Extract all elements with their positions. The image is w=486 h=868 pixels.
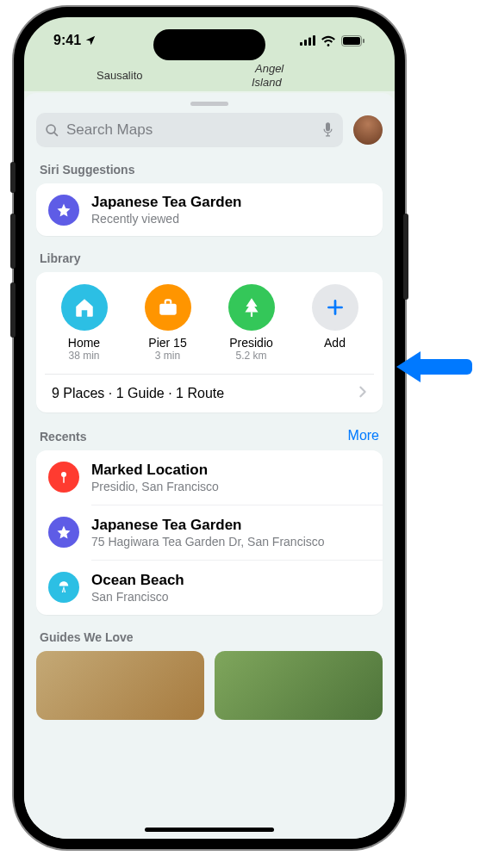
plus-icon [312, 284, 358, 331]
status-time: 9:41 [53, 33, 81, 48]
section-title-recents: Recents [40, 430, 86, 443]
tree-icon [228, 284, 275, 331]
svg-rect-0 [300, 42, 302, 46]
section-title-library: Library [40, 251, 80, 265]
star-icon [48, 195, 79, 226]
recents-row-garden[interactable]: Japanese Tea Garden 75 Hagiwara Tea Gard… [36, 505, 383, 560]
svg-point-7 [47, 125, 55, 133]
recents-title: Ocean Beach [91, 572, 184, 589]
siri-suggestion-row[interactable]: Japanese Tea Garden Recently viewed [36, 183, 383, 236]
section-title-siri: Siri Suggestions [40, 163, 134, 177]
library-item-label: Presidio [229, 336, 273, 350]
guide-card[interactable] [215, 651, 383, 720]
map-label-sausalito: Sausalito [97, 69, 142, 82]
home-indicator[interactable] [145, 828, 274, 832]
phone-frame: 9:41 Sausalito Angel Island Search Maps [14, 7, 405, 849]
wifi-icon [321, 35, 336, 46]
library-card: Home 38 min Pier 15 3 min [36, 272, 383, 412]
recents-title: Marked Location [91, 462, 219, 479]
briefcase-icon [145, 284, 191, 331]
library-item-sub: 3 min [155, 350, 180, 362]
svg-rect-13 [250, 312, 252, 316]
library-summary-row[interactable]: 9 Places · 1 Guide · 1 Route [45, 374, 374, 412]
side-button-vol-up [10, 214, 16, 269]
cellular-icon [300, 35, 315, 46]
svg-line-8 [54, 132, 58, 135]
recents-more-button[interactable]: More [348, 428, 379, 443]
side-button-vol-down [10, 282, 16, 338]
screen: 9:41 Sausalito Angel Island Search Maps [24, 17, 395, 839]
library-item-add[interactable]: Add [298, 284, 372, 362]
profile-avatar[interactable] [353, 115, 383, 145]
chevron-right-icon [358, 386, 367, 401]
side-button-power [403, 214, 408, 300]
recents-title: Japanese Tea Garden [91, 517, 325, 534]
annotation-arrow [396, 351, 472, 382]
svg-rect-5 [343, 37, 360, 45]
library-item-label: Pier 15 [148, 336, 186, 350]
battery-icon [341, 35, 365, 46]
beach-icon [48, 572, 79, 603]
guides-row [36, 651, 383, 720]
svg-rect-3 [313, 35, 315, 46]
siri-suggestion-title: Japanese Tea Garden [91, 194, 242, 211]
svg-rect-2 [308, 38, 311, 46]
section-title-guides: Guides We Love [40, 630, 134, 644]
search-sheet[interactable]: Search Maps Siri Suggestions Japanese Te… [24, 93, 395, 839]
svg-rect-12 [159, 304, 177, 315]
svg-rect-17 [63, 476, 65, 483]
svg-rect-6 [363, 39, 364, 43]
map-label-angel: Angel [255, 62, 284, 75]
sheet-grabber[interactable] [190, 102, 228, 106]
search-input[interactable]: Search Maps [36, 113, 343, 147]
mic-icon[interactable] [321, 121, 334, 139]
recents-row-ocean[interactable]: Ocean Beach San Francisco [36, 561, 383, 615]
library-item-label: Add [324, 336, 346, 350]
library-item-pier15[interactable]: Pier 15 3 min [131, 284, 205, 362]
map-label-island: Island [252, 76, 282, 89]
home-icon [61, 284, 108, 331]
library-item-sub: 5.2 km [235, 350, 266, 362]
library-item-label: Home [68, 336, 100, 350]
guide-card[interactable] [36, 651, 204, 720]
library-item-presidio[interactable]: Presidio 5.2 km [215, 284, 289, 362]
recents-sub: Presidio, San Francisco [91, 480, 219, 493]
pin-icon [48, 462, 79, 493]
recents-card: Marked Location Presidio, San Francisco … [36, 450, 383, 615]
search-placeholder: Search Maps [66, 121, 153, 139]
siri-suggestion-sub: Recently viewed [91, 212, 242, 226]
recents-sub: 75 Hagiwara Tea Garden Dr, San Francisco [91, 535, 325, 549]
svg-point-16 [61, 472, 66, 477]
library-item-sub: 38 min [68, 350, 99, 362]
location-icon [84, 34, 97, 46]
side-button-mute [10, 162, 16, 193]
recents-row-marked[interactable]: Marked Location Presidio, San Francisco [36, 450, 383, 505]
search-icon [45, 123, 59, 138]
star-icon [48, 517, 79, 548]
svg-rect-9 [326, 122, 330, 131]
svg-rect-1 [304, 40, 307, 46]
library-item-home[interactable]: Home 38 min [47, 284, 122, 362]
dynamic-island [153, 29, 265, 60]
library-summary-text: 9 Places · 1 Guide · 1 Route [52, 386, 224, 401]
recents-sub: San Francisco [91, 590, 184, 604]
siri-suggestion-card: Japanese Tea Garden Recently viewed [36, 183, 383, 236]
